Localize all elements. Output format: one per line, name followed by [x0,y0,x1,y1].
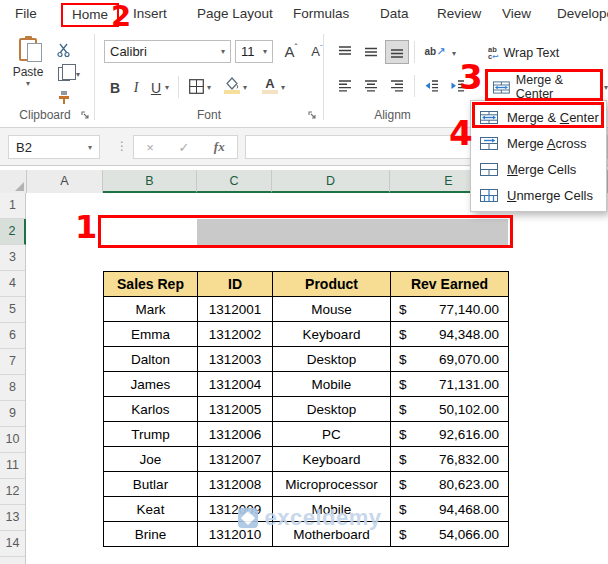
cell-revenue[interactable]: $54,066.00 [391,522,509,547]
cell-revenue[interactable]: $77,140.00 [391,297,509,322]
bold-button[interactable]: B [106,74,124,98]
cell-revenue[interactable]: $50,102.00 [391,397,509,422]
menu-item-merge-across[interactable]: Merge Across [471,130,606,156]
cell-product[interactable]: Desktop [273,347,391,372]
increase-font-size-button[interactable]: Aˆ [279,41,303,61]
cell-product[interactable]: Motherboard [273,522,391,547]
middle-align-button[interactable] [359,40,383,64]
row-header-4[interactable]: 4 [0,271,25,297]
row-header-2[interactable]: 2 [0,219,26,245]
column-header-d[interactable]: D [272,170,390,193]
row-header-10[interactable]: 10 [0,427,25,453]
align-left-button[interactable] [333,74,357,98]
chevron-down-icon[interactable]: ▾ [452,49,456,58]
header-rev-earned[interactable]: Rev Earned [391,272,509,297]
row-header-13[interactable]: 13 [0,505,25,531]
orientation-button[interactable]: ab ↗ [421,41,449,61]
chevron-down-icon[interactable]: ▾ [281,83,285,92]
tab-data[interactable]: Data [380,0,409,28]
row-header-1[interactable]: 1 [0,193,25,219]
cell-revenue[interactable]: $71,131.00 [391,372,509,397]
cell-name[interactable]: Emma [104,322,198,347]
italic-button[interactable]: I [128,74,144,98]
cell-id[interactable]: 1312006 [198,422,273,447]
menu-item-unmerge-cells[interactable]: Unmerge Cells [471,182,606,208]
cell-product[interactable]: Mobile [273,497,391,522]
enter-icon[interactable]: ✓ [178,140,189,155]
wrap-text-button[interactable]: abc↩ Wrap Text [488,42,559,64]
cell-name[interactable]: Trump [104,422,198,447]
row-header-7[interactable]: 7 [0,349,25,375]
decrease-indent-button[interactable] [421,74,443,98]
tab-view[interactable]: View [502,0,531,28]
cell-name[interactable]: Dalton [104,347,198,372]
cell-product[interactable]: Keyboard [273,322,391,347]
column-header-b[interactable]: B [103,170,197,193]
cell-id[interactable]: 1312007 [198,447,273,472]
row-header-3[interactable]: 3 [0,245,25,271]
fill-color-button[interactable] [222,73,242,97]
cut-button[interactable] [54,40,74,60]
column-header-a[interactable]: A [27,170,103,193]
cell-id[interactable]: 1312003 [198,347,273,372]
row-header-11[interactable]: 11 [0,453,25,479]
cell-id[interactable]: 1312010 [198,522,273,547]
dialog-launcher-icon[interactable] [80,110,92,122]
row-header-8[interactable]: 8 [0,375,25,401]
font-name-combobox[interactable]: Calibri ▾ [104,40,231,63]
chevron-down-icon[interactable]: ▾ [207,83,211,92]
cell-name[interactable]: Karlos [104,397,198,422]
underline-button[interactable]: U [148,74,164,98]
cell-id[interactable]: 1312002 [198,322,273,347]
borders-button[interactable] [186,76,206,96]
row-header-6[interactable]: 6 [0,323,25,349]
cell-revenue[interactable]: $94,348.00 [391,322,509,347]
header-sales-rep[interactable]: Sales Rep [104,272,198,297]
chevron-down-icon[interactable]: ▾ [165,83,169,92]
cell-product[interactable]: Mobile [273,372,391,397]
tab-review[interactable]: Review [437,0,481,28]
center-button[interactable] [359,74,383,98]
bottom-align-button[interactable] [385,40,409,64]
cell-revenue[interactable]: $76,832.00 [391,447,509,472]
dialog-launcher-icon[interactable] [307,110,319,122]
tab-developer[interactable]: Developer [557,0,608,28]
cell-name[interactable]: Brine [104,522,198,547]
cell-product[interactable]: Mouse [273,297,391,322]
row-header-12[interactable]: 12 [0,479,25,505]
align-right-button[interactable] [385,74,409,98]
header-id[interactable]: ID [198,272,273,297]
column-header-c[interactable]: C [197,170,272,193]
cell-name[interactable]: Mark [104,297,198,322]
font-size-combobox[interactable]: 11 ▾ [235,40,273,63]
cell-id[interactable]: 1312001 [198,297,273,322]
font-color-button[interactable]: A [260,73,280,97]
copy-button[interactable] [54,64,74,84]
row-header-5[interactable]: 5 [0,297,25,323]
cell-revenue[interactable]: $69,070.00 [391,347,509,372]
cancel-icon[interactable]: × [146,140,154,155]
cell-id[interactable]: 1312005 [198,397,273,422]
row-header-9[interactable]: 9 [0,401,25,427]
cell-product[interactable]: Desktop [273,397,391,422]
row-header-15[interactable]: 15 [0,557,25,564]
cell-product[interactable]: Keyboard [273,447,391,472]
tab-formulas[interactable]: Formulas [293,0,349,28]
cell-name[interactable]: Keat [104,497,198,522]
top-align-button[interactable] [333,40,357,64]
cell-id[interactable]: 1312008 [198,472,273,497]
tab-file[interactable]: File [15,0,37,28]
format-painter-button[interactable] [54,88,74,108]
cell-revenue[interactable]: $92,616.00 [391,422,509,447]
tab-page-layout[interactable]: Page Layout [197,0,273,28]
select-all-corner[interactable] [0,170,27,193]
cell-product[interactable]: PC [273,422,391,447]
cell-name[interactable]: James [104,372,198,397]
name-box[interactable]: B2 ▾ [8,135,100,159]
cell-name[interactable]: Joe [104,447,198,472]
menu-item-merge-cells[interactable]: Merge Cells [471,156,606,182]
cell-product[interactable]: Microprocessor [273,472,391,497]
row-header-14[interactable]: 14 [0,531,25,557]
decrease-font-size-button[interactable]: Aˇ [305,41,329,61]
cell-revenue[interactable]: $94,468.00 [391,497,509,522]
